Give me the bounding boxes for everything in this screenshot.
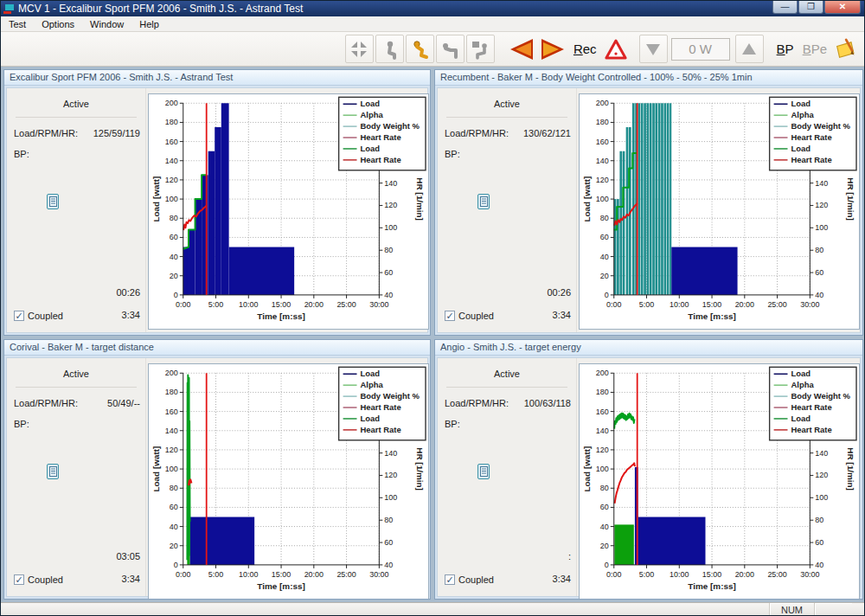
svg-text:30:00: 30:00 <box>800 300 819 309</box>
panel-2-body: Active Load/RPM/HR:130/62/121 BP: 00:26 … <box>437 87 861 333</box>
svg-text:60: 60 <box>170 233 178 241</box>
load-rpm-hr-label: Load/RPM/HR: <box>14 398 78 408</box>
svg-text:25:00: 25:00 <box>767 300 786 309</box>
coupled-checkbox[interactable]: ✓ <box>445 574 455 585</box>
panel-options-button[interactable] <box>47 464 59 479</box>
svg-text:40: 40 <box>815 561 823 569</box>
svg-text:Load: Load <box>360 144 380 153</box>
load-up-button[interactable] <box>735 35 764 63</box>
svg-text:60: 60 <box>384 268 393 277</box>
svg-text:10:00: 10:00 <box>239 300 258 309</box>
svg-text:120: 120 <box>384 201 397 209</box>
menu-help[interactable]: Help <box>131 17 167 31</box>
svg-text:20:00: 20:00 <box>735 300 754 309</box>
panel-options-button[interactable] <box>477 464 490 479</box>
chart-canvas[interactable]: 0204060801001201401601802004060801001201… <box>149 94 428 329</box>
svg-text:140: 140 <box>384 179 397 188</box>
svg-text:60: 60 <box>600 233 609 241</box>
app-icon <box>3 3 15 15</box>
svg-text:20: 20 <box>170 272 178 280</box>
record-button[interactable]: Rec <box>573 42 597 56</box>
menu-test[interactable]: Test <box>1 17 34 31</box>
ergometer-active-button[interactable] <box>406 35 434 63</box>
restore-button[interactable]: ❐ <box>798 1 823 14</box>
menu-window[interactable]: Window <box>82 17 131 31</box>
panel-options-button[interactable] <box>47 194 59 209</box>
svg-text:20:00: 20:00 <box>304 300 324 309</box>
svg-text:0: 0 <box>174 291 178 299</box>
svg-text:Body Weight %: Body Weight % <box>360 391 420 401</box>
menu-bar: Test Options Window Help <box>1 16 864 32</box>
arrow-left-icon <box>505 37 536 61</box>
svg-text:10:00: 10:00 <box>239 570 258 579</box>
right-axis-label: HR [1/min] <box>846 177 855 221</box>
svg-text:Alpha: Alpha <box>360 380 383 389</box>
chart-3[interactable]: 0204060801001201401601802004060801001201… <box>148 363 429 600</box>
num-lock-indicator: NUM <box>769 603 814 616</box>
close-button[interactable]: ✕ <box>824 1 861 14</box>
svg-text:10:00: 10:00 <box>670 570 689 579</box>
svg-text:180: 180 <box>596 388 609 396</box>
coupled-checkbox[interactable]: ✓ <box>14 311 24 321</box>
svg-text:120: 120 <box>165 446 178 454</box>
ergometer-supine-button[interactable] <box>466 35 495 63</box>
protocol-icon <box>480 466 488 477</box>
arrange-windows-button[interactable] <box>345 35 374 63</box>
resize-grip[interactable] <box>852 603 864 616</box>
svg-text:160: 160 <box>596 138 609 146</box>
svg-text:0:00: 0:00 <box>606 300 621 309</box>
svg-text:120: 120 <box>384 471 397 479</box>
blood-pressure-button[interactable]: BP <box>777 42 794 56</box>
arrange-windows-icon <box>349 39 369 60</box>
svg-text:Heart Rate: Heart Rate <box>791 425 831 434</box>
coupled-checkbox[interactable]: ✓ <box>445 311 455 321</box>
svg-text:80: 80 <box>384 246 393 254</box>
alarm-button[interactable] <box>603 37 629 61</box>
chart-canvas[interactable]: 0204060801001201401601802004060801001201… <box>580 94 859 329</box>
svg-text:Heart Rate: Heart Rate <box>791 402 831 412</box>
svg-text:140: 140 <box>815 179 828 188</box>
left-axis-label: Load [watt] <box>151 176 161 222</box>
svg-text:80: 80 <box>600 484 609 492</box>
svg-text:Load: Load <box>360 369 380 378</box>
load-down-button[interactable] <box>639 35 668 63</box>
svg-text:25:00: 25:00 <box>336 570 356 579</box>
svg-text:140: 140 <box>165 157 178 165</box>
chart-legend: LoadAlphaBody Weight %Heart RateLoadHear… <box>770 97 856 170</box>
svg-text:140: 140 <box>384 449 397 458</box>
chart-canvas[interactable]: 0204060801001201401601802004060801001201… <box>149 364 428 599</box>
panel-options-button[interactable] <box>477 194 490 209</box>
coupled-label: Coupled <box>28 574 63 585</box>
svg-text:30:00: 30:00 <box>369 570 388 579</box>
notes-button[interactable] <box>833 37 857 61</box>
svg-text:Heart Rate: Heart Rate <box>360 132 400 142</box>
load-rpm-hr-label: Load/RPM/HR: <box>445 128 509 138</box>
svg-text:0: 0 <box>605 561 609 569</box>
svg-text:10:00: 10:00 <box>670 300 689 309</box>
mdi-client-area: Excalibur Sport PFM 2006 - Smith J.S. - … <box>1 67 864 602</box>
next-stage-button[interactable] <box>538 37 569 61</box>
protocol-icon <box>480 196 488 207</box>
chart-4[interactable]: 0204060801001201401601802004060801001201… <box>579 363 860 600</box>
coupled-checkbox[interactable]: ✓ <box>14 574 24 585</box>
svg-text:80: 80 <box>384 516 393 524</box>
svg-text:20: 20 <box>600 542 609 550</box>
svg-text:60: 60 <box>600 503 609 511</box>
svg-text:40: 40 <box>815 291 823 299</box>
ergometer-upright-button[interactable] <box>375 35 404 63</box>
chart-1[interactable]: 0204060801001201401601802004060801001201… <box>148 93 429 330</box>
svg-text:40: 40 <box>600 523 609 531</box>
menu-options[interactable]: Options <box>34 17 82 31</box>
svg-text:100: 100 <box>384 223 397 232</box>
svg-text:160: 160 <box>165 138 178 146</box>
ergometer-recumbent-button[interactable] <box>436 35 465 63</box>
svg-text:80: 80 <box>170 214 178 222</box>
chart-legend: LoadAlphaBody Weight %Heart RateLoadHear… <box>770 367 856 440</box>
svg-text:40: 40 <box>170 523 178 531</box>
svg-text:180: 180 <box>165 118 178 126</box>
protocol-icon <box>49 196 57 207</box>
chart-2[interactable]: 0204060801001201401601802004060801001201… <box>579 93 860 330</box>
minimize-button[interactable]: — <box>772 1 798 14</box>
chart-canvas[interactable]: 0204060801001201401601802004060801001201… <box>580 364 859 599</box>
previous-stage-button[interactable] <box>505 37 536 61</box>
